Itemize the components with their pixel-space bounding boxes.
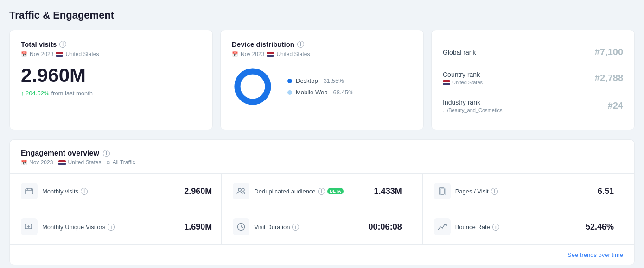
monthly-visits-row: Monthly visits i 2.960M bbox=[21, 174, 221, 209]
pages-per-visit-info[interactable]: i bbox=[491, 188, 498, 195]
person-metric-icon bbox=[25, 223, 34, 231]
device-dist-subtitle: 📅 Nov 2023 United States bbox=[232, 51, 412, 57]
svg-point-9 bbox=[238, 188, 241, 191]
visit-duration-row: Visit Duration i 00:06:08 bbox=[233, 209, 411, 244]
dedup-audience-row: Deduplicated audience i BETA 1.433M bbox=[233, 174, 411, 209]
pages-per-visit-value: 6.51 bbox=[598, 187, 623, 196]
desktop-legend-item: Desktop 31.55% bbox=[287, 77, 354, 84]
monthly-visits-icon bbox=[21, 183, 38, 199]
growth-indicator: ↑ 204.52% from last month bbox=[21, 90, 201, 97]
svg-rect-2 bbox=[26, 189, 33, 194]
device-dist-title: Device distribution i bbox=[232, 40, 412, 48]
device-legend: Desktop 31.55% Mobile Web 68.45% bbox=[287, 77, 354, 96]
copy-icon: ⧉ bbox=[107, 160, 110, 166]
global-rank-label-block: Global rank bbox=[443, 49, 476, 56]
engagement-date-meta: 📅 Nov 2023 bbox=[21, 159, 53, 166]
metric-col-1: Monthly visits i 2.960M bbox=[21, 174, 221, 244]
calendar-icon2: 📅 bbox=[232, 51, 238, 57]
rankings-card: Global rank #7,100 Country rank United S… bbox=[431, 30, 635, 130]
donut-svg bbox=[232, 66, 274, 107]
industry-rank-sublabel: .../Beauty_and_Cosmetics bbox=[443, 107, 502, 113]
bounce-rate-value: 52.46% bbox=[586, 222, 623, 232]
total-visits-info-icon[interactable]: i bbox=[59, 41, 66, 48]
engagement-filter-meta: ⧉ All Traffic bbox=[107, 159, 135, 166]
bounce-rate-icon bbox=[434, 218, 451, 235]
monthly-unique-row: Monthly Unique Visitors i 1.690M bbox=[21, 209, 221, 244]
pages-per-visit-icon bbox=[434, 183, 451, 199]
dedup-audience-value: 1.433M bbox=[374, 187, 411, 196]
calendar-metric-icon bbox=[25, 188, 33, 194]
flag-icon4 bbox=[58, 160, 66, 165]
mobile-legend-item: Mobile Web 68.45% bbox=[287, 89, 354, 96]
beta-badge: BETA bbox=[327, 188, 344, 194]
engagement-info-icon[interactable]: i bbox=[103, 150, 110, 157]
monthly-unique-value: 1.690M bbox=[184, 222, 221, 232]
visit-duration-label: Visit Duration i bbox=[254, 224, 299, 231]
clock-metric-icon bbox=[237, 223, 245, 231]
calendar-icon: 📅 bbox=[21, 51, 27, 57]
visit-duration-icon bbox=[233, 218, 249, 235]
engagement-section: Engagement overview i 📅 Nov 2023 United … bbox=[9, 139, 635, 265]
bounce-rate-info[interactable]: i bbox=[492, 224, 499, 231]
device-chart-area: Desktop 31.55% Mobile Web 68.45% bbox=[232, 66, 412, 107]
flag-icon3 bbox=[443, 80, 450, 85]
pages-per-visit-left: Pages / Visit i bbox=[434, 183, 498, 199]
total-visits-value: 2.960M bbox=[21, 66, 201, 85]
bounce-metric-icon bbox=[438, 223, 447, 231]
engagement-title: Engagement overview bbox=[21, 149, 99, 157]
pages-per-visit-row: Pages / Visit i 6.51 bbox=[434, 174, 623, 209]
mobile-dot bbox=[287, 90, 292, 95]
device-dist-info-icon[interactable]: i bbox=[297, 41, 304, 48]
country-rank-sublabel: United States bbox=[443, 80, 483, 85]
bounce-rate-left: Bounce Rate i bbox=[434, 218, 499, 235]
page-title: Traffic & Engagement bbox=[9, 9, 635, 21]
pages-metric-icon bbox=[438, 187, 446, 195]
metric-col-2: Deduplicated audience i BETA 1.433M bbox=[222, 174, 422, 244]
total-visits-card: Total visits i 📅 Nov 2023 United States … bbox=[9, 30, 213, 130]
monthly-unique-info[interactable]: i bbox=[108, 224, 115, 231]
bounce-rate-label: Bounce Rate i bbox=[455, 224, 499, 231]
global-rank-value: #7,100 bbox=[595, 47, 623, 57]
industry-rank-value: #24 bbox=[608, 100, 623, 111]
dedup-audience-left: Deduplicated audience i BETA bbox=[233, 183, 344, 199]
engagement-country-meta: United States bbox=[58, 159, 101, 166]
monthly-unique-label: Monthly Unique Visitors i bbox=[42, 224, 115, 231]
dedup-audience-icon bbox=[233, 183, 249, 199]
monthly-visits-left: Monthly visits i bbox=[21, 183, 88, 199]
monthly-visits-label: Monthly visits i bbox=[42, 188, 88, 195]
metrics-grid: Monthly visits i 2.960M bbox=[21, 174, 623, 244]
svg-line-13 bbox=[241, 227, 243, 228]
desktop-dot bbox=[287, 79, 292, 83]
dedup-audience-label: Deduplicated audience i BETA bbox=[254, 188, 344, 195]
country-rank-label-block: Country rank United States bbox=[443, 71, 483, 85]
total-visits-subtitle: 📅 Nov 2023 United States bbox=[21, 51, 201, 57]
visit-duration-value: 00:06:08 bbox=[369, 222, 411, 232]
persons-metric-icon bbox=[236, 187, 246, 195]
engagement-meta: 📅 Nov 2023 United States ⧉ All Traffic bbox=[21, 159, 623, 166]
industry-rank-row: Industry rank .../Beauty_and_Cosmetics #… bbox=[443, 92, 623, 119]
visit-duration-left: Visit Duration i bbox=[233, 218, 299, 235]
calendar-icon3: 📅 bbox=[21, 160, 27, 166]
total-visits-title: Total visits i bbox=[21, 40, 201, 48]
engagement-header: Engagement overview i bbox=[21, 149, 623, 157]
see-trends-link[interactable]: See trends over time bbox=[21, 245, 623, 265]
svg-point-10 bbox=[242, 188, 244, 191]
device-distribution-card: Device distribution i 📅 Nov 2023 United … bbox=[220, 30, 424, 130]
monthly-visits-info[interactable]: i bbox=[81, 188, 88, 195]
industry-rank-label-block: Industry rank .../Beauty_and_Cosmetics bbox=[443, 99, 502, 113]
flag-icon2 bbox=[267, 52, 274, 57]
monthly-unique-left: Monthly Unique Visitors i bbox=[21, 218, 115, 235]
country-rank-row: Country rank United States #2,788 bbox=[443, 64, 623, 92]
global-rank-row: Global rank #7,100 bbox=[443, 40, 623, 64]
country-rank-value: #2,788 bbox=[595, 73, 623, 83]
donut-chart bbox=[232, 66, 274, 107]
pages-per-visit-label: Pages / Visit i bbox=[455, 188, 498, 195]
svg-point-1 bbox=[237, 71, 268, 102]
metric-col-3: Pages / Visit i 6.51 Bounce Rate bbox=[423, 174, 623, 244]
monthly-unique-icon bbox=[21, 218, 38, 235]
visit-duration-info[interactable]: i bbox=[292, 224, 299, 231]
monthly-visits-value: 2.960M bbox=[184, 187, 221, 196]
dedup-audience-info[interactable]: i bbox=[318, 188, 325, 195]
flag-icon bbox=[56, 52, 63, 57]
bounce-rate-row: Bounce Rate i 52.46% bbox=[434, 209, 623, 244]
